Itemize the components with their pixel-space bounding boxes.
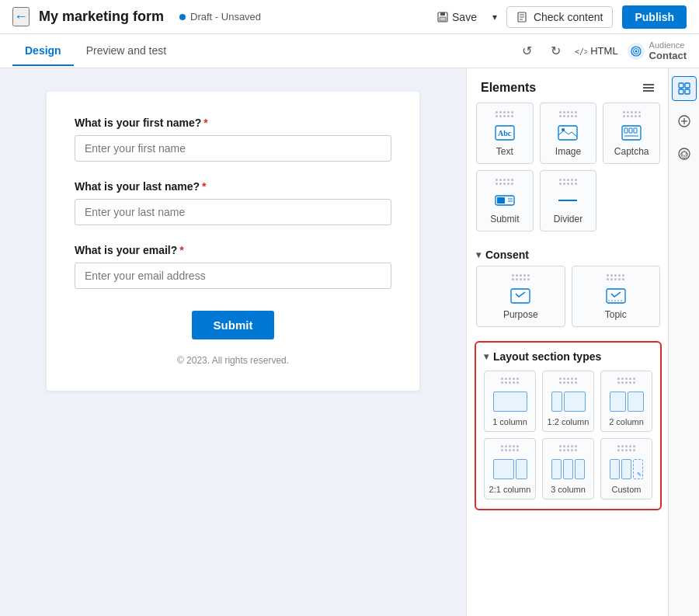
element-submit[interactable]: Submit (476, 170, 534, 231)
element-text[interactable]: Abc Text (476, 103, 534, 164)
layout-section-header[interactable]: ▾ Layout section types (484, 350, 652, 363)
toolbar: Design Preview and test ↺ ↻ </> HTML Aud… (0, 34, 699, 68)
svg-text:Abc: Abc (498, 129, 512, 137)
svg-rect-21 (634, 128, 637, 133)
purpose-element-label: Purpose (503, 309, 538, 320)
toolbar-right: ↺ ↻ </> HTML Audience Contact (517, 40, 687, 61)
svg-rect-31 (679, 83, 683, 88)
form-footer: © 2023. All rights reserved. (75, 355, 391, 366)
dots-pattern (559, 445, 577, 451)
check-content-icon (516, 11, 529, 23)
consent-grid: Purpose Topic (467, 266, 669, 335)
submit-button[interactable]: Submit (192, 311, 275, 339)
dots-pattern (559, 378, 577, 384)
svg-text:</>: </> (575, 47, 587, 56)
header: ← My marketing form Draft - Unsaved Save… (0, 0, 699, 34)
layout-2col[interactable]: 2 column (600, 371, 652, 432)
element-purpose[interactable]: Purpose (476, 266, 565, 327)
required-star: * (203, 117, 207, 129)
svg-rect-2 (440, 17, 446, 21)
last-name-input[interactable] (75, 199, 391, 225)
audience-text: Audience Contact (649, 40, 687, 61)
element-captcha[interactable]: Captcha (603, 103, 660, 164)
dots-pattern (501, 378, 519, 384)
sidebar-elements-button[interactable] (672, 76, 697, 101)
html-button[interactable]: </> HTML (575, 45, 617, 57)
draft-status: Draft - Unsaved (179, 11, 261, 23)
1col-visual (492, 390, 529, 413)
topic-element-icon (605, 287, 627, 305)
last-name-field: What is your last name?* (75, 180, 391, 241)
panel-expand-icon[interactable] (642, 81, 656, 95)
submit-element-label: Submit (490, 214, 519, 224)
layout-section: ▾ Layout section types 1 column (475, 341, 662, 510)
element-image[interactable]: Image (540, 103, 597, 164)
first-name-label: What is your first name?* (75, 117, 391, 129)
svg-rect-33 (679, 89, 683, 94)
dots-pattern (496, 179, 513, 185)
layout-21col[interactable]: 2:1 column (484, 438, 536, 499)
redo-button[interactable]: ↻ (546, 40, 565, 61)
dots-pattern (623, 111, 641, 117)
layout-12col[interactable]: 1:2 column (542, 371, 594, 432)
required-star-3: * (179, 244, 183, 256)
captcha-element-label: Captcha (614, 146, 649, 157)
sidebar-add-button[interactable] (672, 109, 697, 134)
elements-panel-header: Elements (467, 68, 669, 103)
consent-chevron: ▾ (476, 249, 481, 260)
form-card: What is your first name?* What is your l… (47, 92, 419, 391)
elements-panel: Elements Abc T (466, 68, 699, 616)
svg-point-17 (562, 128, 565, 131)
element-topic[interactable]: Topic (572, 266, 661, 327)
target-icon (631, 46, 642, 57)
email-input[interactable] (75, 263, 391, 289)
layout-custom[interactable]: Custom (600, 438, 652, 499)
svg-rect-24 (497, 197, 505, 204)
sidebar-icons (668, 68, 699, 616)
save-button[interactable]: Save (430, 6, 483, 28)
check-content-button[interactable]: Check content (506, 6, 614, 28)
dots-pattern (607, 274, 624, 280)
back-button[interactable]: ← (12, 7, 30, 26)
dots-pattern (559, 179, 577, 185)
dots-pattern (617, 378, 635, 384)
tab-design[interactable]: Design (12, 37, 74, 66)
elements-grid: Abc Text (467, 103, 669, 241)
purpose-element-icon (509, 287, 531, 305)
text-element-icon: Abc (494, 124, 516, 141)
elements-icon (677, 82, 691, 96)
form-canvas: What is your first name?* What is your l… (0, 68, 466, 616)
audience-selector[interactable]: Audience Contact (628, 40, 687, 61)
element-divider[interactable]: Divider (540, 170, 597, 231)
captcha-element-icon (621, 124, 642, 141)
custom-visual (608, 458, 645, 481)
settings-icon (677, 147, 691, 161)
3col-visual (550, 458, 587, 481)
first-name-input[interactable] (75, 135, 391, 162)
page-title: My marketing form (39, 9, 164, 25)
undo-button[interactable]: ↺ (517, 40, 537, 61)
dots-pattern (501, 445, 519, 451)
save-dropdown-button[interactable]: ▾ (492, 12, 497, 23)
divider-element-icon (557, 192, 579, 209)
image-element-icon (557, 124, 579, 141)
email-label: What is your email?* (75, 244, 391, 256)
sidebar-settings-button[interactable] (672, 141, 697, 166)
layout-3col[interactable]: 3 column (542, 438, 594, 499)
audience-icon (628, 43, 645, 60)
layout-1col[interactable]: 1 column (484, 371, 536, 432)
dots-pattern (512, 274, 530, 280)
svg-rect-32 (685, 83, 690, 88)
consent-section-header[interactable]: ▾ Consent (467, 241, 669, 266)
publish-button[interactable]: Publish (622, 5, 687, 29)
svg-rect-19 (624, 128, 628, 133)
first-name-field: What is your first name?* (75, 117, 391, 177)
svg-point-38 (679, 148, 690, 159)
tab-preview[interactable]: Preview and test (74, 37, 179, 66)
image-element-label: Image (555, 146, 581, 157)
dots-pattern (496, 111, 513, 117)
2col-visual (608, 390, 645, 413)
svg-rect-34 (685, 89, 690, 94)
submit-element-icon (494, 192, 516, 209)
dots-pattern (617, 445, 635, 451)
